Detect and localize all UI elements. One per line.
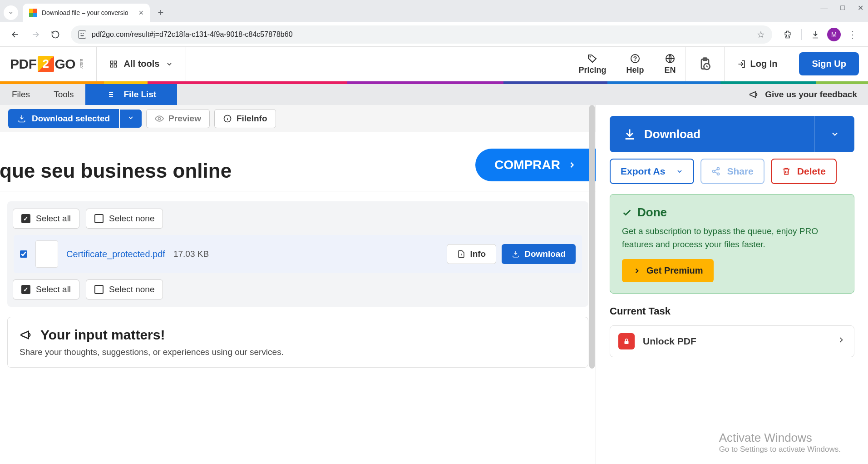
nav-pricing-label: Pricing — [578, 65, 606, 75]
preview-button[interactable]: Preview — [146, 109, 210, 128]
nav-pricing[interactable]: Pricing — [568, 47, 616, 81]
ad-banner[interactable]: ddy loque seu business online COMPRAR — [0, 132, 596, 191]
login-icon — [737, 60, 746, 69]
minimize-button[interactable]: — — [820, 4, 828, 12]
left-pane-scrollbar[interactable] — [589, 105, 595, 369]
tab-files[interactable]: Files — [0, 84, 42, 105]
task-row-unlock-pdf[interactable]: Unlock PDF — [610, 325, 854, 357]
forward-button[interactable] — [27, 26, 44, 43]
tab-close-button[interactable]: × — [138, 8, 143, 18]
feedback-link[interactable]: Give us your feedback — [738, 84, 868, 105]
main-content: Download selected Preview FileInfo ddy l… — [0, 105, 868, 464]
feedback-title: Your input matters! — [20, 327, 576, 343]
new-tab-button[interactable]: + — [153, 5, 168, 20]
check-icon — [622, 208, 632, 218]
file-download-label: Download — [524, 249, 566, 259]
select-none-button-top[interactable]: Select none — [86, 209, 163, 229]
site-settings-icon[interactable] — [78, 30, 86, 39]
all-tools-label: All tools — [124, 59, 160, 69]
download-selected-button[interactable]: Download selected — [8, 109, 119, 128]
download-dropdown[interactable] — [814, 116, 854, 152]
close-window-button[interactable]: ✕ — [858, 4, 863, 12]
site-logo[interactable]: PDF2GO.com — [0, 56, 96, 72]
feedback-card: Your input matters! Share your thoughts,… — [7, 317, 588, 368]
task-label: Unlock PDF — [643, 336, 696, 347]
file-info-button[interactable]: Info — [447, 244, 496, 264]
grid-icon — [109, 60, 118, 68]
browser-menu-button[interactable]: ⋮ — [844, 26, 861, 43]
download-selected-dropdown[interactable] — [120, 110, 142, 128]
trash-icon — [782, 167, 791, 176]
browser-tab[interactable]: Download file – your conversio × — [23, 4, 150, 22]
export-as-button[interactable]: Export As — [610, 159, 694, 184]
file-list-card: ✓ Select all Select none Certificate_pro… — [7, 201, 588, 307]
done-description: Get a subscription to bypass the queue, … — [622, 225, 842, 251]
chevron-right-icon — [837, 335, 846, 347]
comprar-button[interactable]: COMPRAR — [475, 149, 596, 181]
svg-point-4 — [81, 33, 82, 34]
fileinfo-label: FileInfo — [237, 114, 267, 124]
share-label: Share — [727, 166, 753, 177]
svg-rect-0 — [29, 9, 33, 13]
chevron-down-icon — [166, 60, 173, 68]
nav-language[interactable]: EN — [654, 47, 686, 81]
banner-brand: ddy — [0, 147, 475, 158]
delete-button[interactable]: Delete — [771, 159, 837, 184]
tabs-dropdown-button[interactable] — [4, 5, 18, 20]
chevron-right-icon — [567, 160, 577, 170]
file-download-button[interactable]: Download — [502, 244, 576, 264]
share-button[interactable]: Share — [700, 159, 764, 184]
tab-file-list[interactable]: File List — [85, 84, 177, 105]
select-all-button-top[interactable]: ✓ Select all — [13, 209, 79, 229]
file-info-icon — [457, 250, 465, 258]
done-title: Done — [622, 205, 842, 220]
maximize-button[interactable]: □ — [840, 4, 845, 12]
signup-button[interactable]: Sign Up — [799, 52, 859, 75]
select-none-label-bottom: Select none — [109, 284, 154, 294]
select-none-button-bottom[interactable]: Select none — [86, 279, 163, 299]
checkbox-empty-icon — [94, 214, 104, 223]
download-selected-label: Download selected — [32, 114, 110, 124]
get-premium-label: Get Premium — [646, 265, 703, 276]
svg-rect-3 — [33, 13, 37, 17]
reload-button[interactable] — [47, 26, 64, 43]
all-tools-dropdown[interactable]: All tools — [96, 47, 187, 81]
profile-avatar[interactable]: M — [827, 28, 841, 41]
comprar-label: COMPRAR — [494, 158, 560, 172]
address-bar[interactable]: pdf2go.com/result#j=d72c18fa-c131-4f9a-9… — [71, 25, 772, 44]
download-primary-button[interactable]: Download — [610, 116, 854, 152]
file-name-link[interactable]: Certificate_protected.pdf — [66, 249, 165, 259]
tab-tools[interactable]: Tools — [42, 84, 85, 105]
fileinfo-button[interactable]: FileInfo — [214, 109, 276, 128]
file-checkbox[interactable] — [20, 250, 27, 258]
banner-headline: loque seu business online — [0, 160, 475, 182]
svg-rect-2 — [29, 13, 33, 17]
window-controls: — □ ✕ — [820, 4, 863, 12]
megaphone-icon — [20, 329, 32, 341]
back-button[interactable] — [7, 26, 24, 43]
svg-point-20 — [717, 168, 720, 170]
svg-point-5 — [83, 33, 84, 34]
checkbox-empty-icon — [94, 285, 104, 294]
globe-icon — [665, 53, 676, 64]
login-button[interactable]: Log In — [725, 59, 790, 69]
nav-history[interactable] — [686, 47, 724, 81]
extensions-button[interactable] — [779, 26, 796, 43]
site-nav: PDF2GO.com All tools Pricing ? Help EN L… — [0, 47, 868, 81]
bookmark-icon[interactable]: ☆ — [757, 29, 765, 40]
tab-strip: Download file – your conversio × + — □ ✕ — [0, 0, 868, 22]
help-icon: ? — [630, 53, 641, 64]
chevron-down-icon — [127, 114, 134, 121]
checkbox-checked-icon: ✓ — [21, 285, 30, 294]
svg-rect-1 — [33, 9, 37, 13]
download-label: Download — [644, 127, 700, 141]
select-all-button-bottom[interactable]: ✓ Select all — [13, 279, 79, 299]
browser-toolbar: pdf2go.com/result#j=d72c18fa-c131-4f9a-9… — [0, 22, 868, 47]
login-label: Log In — [750, 59, 777, 69]
left-pane: Download selected Preview FileInfo ddy l… — [0, 105, 596, 464]
nav-help[interactable]: ? Help — [616, 47, 654, 81]
svg-point-21 — [713, 170, 715, 173]
download-icon — [512, 250, 520, 258]
downloads-button[interactable] — [807, 26, 824, 43]
get-premium-button[interactable]: Get Premium — [622, 259, 714, 282]
